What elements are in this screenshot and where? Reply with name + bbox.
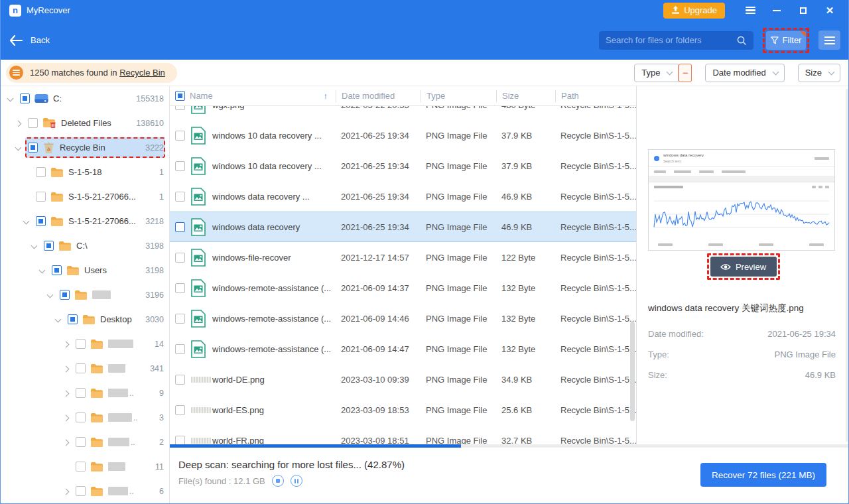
menu-button[interactable] <box>737 0 763 21</box>
tree-expand-chevron[interactable] <box>62 414 71 422</box>
table-row[interactable]: windows-file-recover 2021-12-17 14:57 PN… <box>170 242 636 273</box>
row-checkbox[interactable] <box>175 161 185 171</box>
filter-button[interactable]: Filter <box>766 31 806 50</box>
tree-checkbox[interactable] <box>36 167 46 177</box>
row-checkbox[interactable] <box>175 192 185 202</box>
minimize-button[interactable] <box>763 0 790 21</box>
table-row[interactable]: windows data recovery 2021-06-25 19:34 P… <box>170 212 636 242</box>
sort-ascending-icon[interactable]: ↑ <box>324 91 328 101</box>
table-row[interactable]: windows 10 data recovery ... 2021-06-25 … <box>170 120 636 151</box>
table-row[interactable]: world-FR.png 2023-03-09 18:51 PNG Image … <box>170 425 636 444</box>
tree-expand-chevron[interactable] <box>62 438 71 446</box>
tree-checkbox[interactable] <box>76 486 86 496</box>
upgrade-button[interactable]: Upgrade <box>663 3 725 19</box>
tree-expand-chevron[interactable] <box>22 218 31 225</box>
tree-checkbox[interactable] <box>68 314 78 324</box>
select-all-checkbox[interactable] <box>175 91 185 101</box>
tree-expand-chevron[interactable] <box>46 291 55 299</box>
tree-expand-chevron[interactable] <box>6 95 15 103</box>
tree-expand-chevron[interactable] <box>54 316 63 324</box>
table-row[interactable]: windows-remote-assistance (... 2021-06-0… <box>170 303 636 334</box>
tree-item-selected[interactable]: Recycle Bin 3222 <box>1 135 169 160</box>
column-header-size[interactable]: Size <box>496 90 555 102</box>
tree-expand-chevron[interactable] <box>22 193 31 201</box>
tree-checkbox[interactable] <box>36 192 46 202</box>
row-checkbox[interactable] <box>175 375 185 385</box>
tree-checkbox[interactable] <box>76 339 86 349</box>
tree-item[interactable]: C: 155318 <box>1 86 169 111</box>
tree-expand-chevron[interactable] <box>62 365 71 373</box>
tree-expand-chevron[interactable] <box>62 389 71 397</box>
row-checkbox[interactable] <box>175 131 185 141</box>
recycle-bin-link[interactable]: Recycle Bin <box>119 68 165 78</box>
tree-item[interactable]: 3196 <box>1 283 169 307</box>
preview-scrollbar[interactable] <box>846 89 848 442</box>
tree-item[interactable]: C:\ 3198 <box>1 233 169 258</box>
table-row[interactable]: windows-remote-assistance (... 2021-06-0… <box>170 334 636 364</box>
tree-checkbox[interactable] <box>76 437 86 447</box>
tree-expand-chevron[interactable] <box>62 463 71 471</box>
preview-button[interactable]: Preview <box>710 257 777 277</box>
column-header-date[interactable]: Date modified <box>336 90 421 102</box>
tree-item[interactable]: .. 6 <box>1 479 169 503</box>
table-row[interactable]: world-ES.png 2023-03-09 18:53 PNG Image … <box>170 395 636 425</box>
tree-checkbox[interactable] <box>28 118 38 128</box>
tree-item[interactable]: S-1-5-21-27066... 1 <box>1 184 169 209</box>
tree-expand-chevron[interactable] <box>14 144 23 152</box>
tree-checkbox[interactable] <box>76 462 86 472</box>
search-icon[interactable] <box>736 35 747 46</box>
row-checkbox[interactable] <box>175 106 185 110</box>
tree-checkbox[interactable] <box>52 265 62 275</box>
tree-expand-chevron[interactable] <box>62 487 71 495</box>
tree-checkbox[interactable] <box>76 412 86 422</box>
remove-filter-button[interactable]: − <box>679 64 692 82</box>
tree-expand-chevron[interactable] <box>22 168 31 176</box>
column-header-path[interactable]: Path <box>555 90 636 102</box>
tree-item[interactable]: S-1-5-21-27066... 3218 <box>1 209 169 233</box>
tree-checkbox[interactable] <box>60 290 70 300</box>
table-scrollbar-thumb[interactable] <box>630 322 635 421</box>
filter-dropdown-date-modified[interactable]: Date modified <box>705 64 784 82</box>
tree-item[interactable]: 11 <box>1 454 169 479</box>
row-checkbox[interactable] <box>175 344 185 354</box>
tree-item[interactable]: S-1-5-18 1 <box>1 160 169 184</box>
tree-checkbox[interactable] <box>20 94 30 103</box>
filter-dropdown-size[interactable]: Size <box>798 64 840 82</box>
pause-scan-button[interactable] <box>291 475 302 487</box>
tree-checkbox[interactable] <box>44 241 54 251</box>
tree-item[interactable]: 341 <box>1 356 169 381</box>
row-checkbox[interactable] <box>175 253 185 263</box>
tree-expand-chevron[interactable] <box>14 119 23 127</box>
table-row[interactable]: wgx.png 2022-05-22 20:33 PNG Image File … <box>170 106 636 120</box>
tree-checkbox[interactable] <box>28 143 38 153</box>
close-button[interactable]: ✕ <box>816 0 843 21</box>
column-header-name[interactable]: Name↑ <box>190 90 336 102</box>
row-checkbox[interactable] <box>175 405 185 415</box>
stop-scan-button[interactable] <box>272 475 284 487</box>
tree-item[interactable]: 14 <box>1 332 169 356</box>
row-checkbox[interactable] <box>175 436 185 445</box>
row-checkbox[interactable] <box>175 283 185 293</box>
tree-checkbox[interactable] <box>76 363 86 373</box>
tree-checkbox[interactable] <box>36 216 46 226</box>
recover-button[interactable]: Recover 72 files (221 MB) <box>700 463 826 487</box>
list-view-button[interactable] <box>818 31 840 50</box>
row-checkbox[interactable] <box>175 314 185 324</box>
back-button[interactable]: Back <box>9 35 50 46</box>
tree-checkbox[interactable] <box>76 388 86 398</box>
table-row[interactable]: windows 10 data recovery ... 2021-06-25 … <box>170 151 636 181</box>
filter-dropdown-type[interactable]: Type − <box>634 64 679 82</box>
search-input[interactable] <box>606 35 736 45</box>
tree-expand-chevron[interactable] <box>30 242 39 250</box>
table-row[interactable]: windows data recovery ... 2021-06-25 19:… <box>170 181 636 212</box>
tree-expand-chevron[interactable] <box>62 340 71 348</box>
row-checkbox[interactable] <box>175 222 185 232</box>
column-header-type[interactable]: Type <box>421 90 496 102</box>
tree-item[interactable]: .. 2 <box>1 430 169 454</box>
tree-item[interactable]: .. 9 <box>1 381 169 405</box>
tree-item[interactable]: Desktop 3030 <box>1 307 169 332</box>
tree-item[interactable]: Deleted Files 138610 <box>1 111 169 135</box>
tree-expand-chevron[interactable] <box>38 267 47 275</box>
tree-item[interactable]: .. 3 <box>1 405 169 430</box>
tree-item[interactable]: Users 3198 <box>1 258 169 283</box>
